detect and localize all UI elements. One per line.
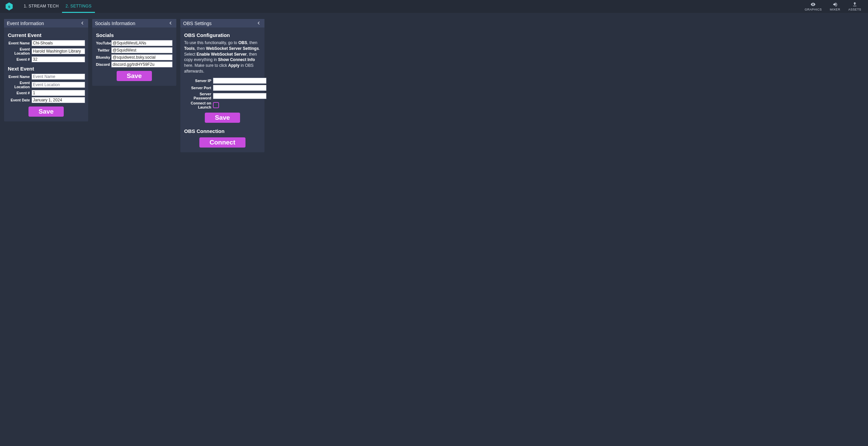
event-collapse-button[interactable] [79,21,85,26]
chevron-left-icon [169,21,172,25]
discord-row: Discord [96,61,173,67]
discord-input[interactable] [111,61,173,67]
next-event-heading: Next Event [8,66,84,72]
next-event-name-row: Event Name [8,74,84,80]
next-event-date-label: Event Date [8,98,32,102]
assets-button[interactable]: ASSETS [848,1,862,12]
chevron-left-icon [81,21,84,25]
current-event-name-input[interactable] [32,40,85,46]
upload-icon [852,2,857,7]
current-event-heading: Current Event [8,32,84,38]
current-event-location-input[interactable] [32,48,85,54]
next-event-date-input[interactable] [32,97,85,103]
server-password-input[interactable] [213,93,267,99]
current-event-number-label: Event # [8,57,32,61]
event-panel-header: Event Information [4,19,88,27]
nav-tabs: 1. STREAM TECH 2. SETTINGS [20,0,95,13]
eye-icon [810,2,816,7]
next-event-name-input[interactable] [32,74,85,80]
next-event-date-row: Event Date [8,97,84,103]
server-ip-row: Server IP [184,78,261,84]
obs-save-button[interactable]: Save [205,113,240,123]
obs-panel: OBS Settings OBS Configuration To use th… [180,19,264,152]
socials-collapse-button[interactable] [167,21,174,26]
connect-launch-checkbox[interactable] [213,102,219,108]
current-event-name-label: Event Name [8,41,32,45]
event-save-row: Save [8,106,84,117]
socials-save-button[interactable]: Save [117,71,152,81]
obs-panel-body: OBS Configuration To use this functional… [180,27,264,152]
bluesky-row: Bluesky [96,54,173,60]
twitter-row: Twitter [96,47,173,53]
bluesky-label: Bluesky [96,55,111,59]
obs-save-row: Save [184,113,261,123]
server-ip-input[interactable] [213,78,267,84]
header-left: S 1. STREAM TECH 2. SETTINGS [4,0,95,13]
youtube-label: YouTube [96,41,111,45]
event-save-button[interactable]: Save [28,106,64,117]
current-event-number-row: Event # [8,56,84,62]
obs-help-text: To use this functionality, go to OBS, th… [184,40,261,74]
app-header: S 1. STREAM TECH 2. SETTINGS GRAPHICS MI… [0,0,868,13]
twitter-input[interactable] [111,47,173,53]
socials-panel-body: Socials YouTube Twitter Bluesky Discord … [92,27,176,86]
next-event-number-label: Event # [8,91,32,95]
assets-label: ASSETS [848,8,861,11]
mixer-button[interactable]: MIXER [829,1,841,12]
youtube-row: YouTube [96,40,173,46]
chevron-left-icon [257,21,260,25]
current-event-name-row: Event Name [8,40,84,46]
graphics-label: GRAPHICS [805,8,822,11]
tab-stream-tech[interactable]: 1. STREAM TECH [20,0,62,13]
next-event-location-label: Event Location [8,81,32,89]
twitter-label: Twitter [96,48,111,52]
mixer-label: MIXER [830,8,841,11]
obs-connect-row: Connect [184,137,261,148]
event-panel-title: Event Information [7,21,44,26]
header-right: GRAPHICS MIXER ASSETS [804,0,864,13]
obs-connection-heading: OBS Connection [184,128,261,134]
workspace: Event Information Current Event Event Na… [0,13,868,158]
server-password-row: Server Password [184,92,261,100]
server-port-row: Server Port [184,85,261,91]
server-password-label: Server Password [184,92,213,100]
socials-panel-header: Socials Information [92,19,176,27]
obs-connect-button[interactable]: Connect [199,137,245,148]
next-event-name-label: Event Name [8,75,32,79]
socials-heading: Socials [96,32,173,38]
volume-icon [832,2,838,7]
app-logo: S [4,1,14,12]
discord-label: Discord [96,62,111,66]
event-info-panel: Event Information Current Event Event Na… [4,19,88,121]
bluesky-input[interactable] [111,54,173,60]
current-event-location-row: Event Location [8,47,84,55]
event-panel-body: Current Event Event Name Event Location … [4,27,88,121]
current-event-location-label: Event Location [8,47,32,55]
connect-launch-row: Connect on Launch [184,101,261,109]
socials-panel-title: Socials Information [95,21,135,26]
socials-panel: Socials Information Socials YouTube Twit… [92,19,176,86]
next-event-number-row: Event # [8,90,84,96]
obs-panel-header: OBS Settings [180,19,264,27]
connect-launch-label: Connect on Launch [184,101,213,109]
server-port-input[interactable] [213,85,267,91]
server-port-label: Server Port [184,86,213,90]
svg-text:S: S [8,5,11,8]
youtube-input[interactable] [111,40,173,46]
current-event-number-input[interactable] [32,56,85,62]
obs-config-heading: OBS Configuration [184,32,261,38]
next-event-number-input[interactable] [32,90,85,96]
socials-save-row: Save [96,71,173,81]
obs-panel-title: OBS Settings [183,21,212,26]
server-ip-label: Server IP [184,79,213,83]
obs-collapse-button[interactable] [256,21,262,26]
graphics-button[interactable]: GRAPHICS [804,1,822,12]
tab-settings[interactable]: 2. SETTINGS [62,0,95,13]
next-event-location-input[interactable] [32,82,85,88]
next-event-location-row: Event Location [8,81,84,89]
